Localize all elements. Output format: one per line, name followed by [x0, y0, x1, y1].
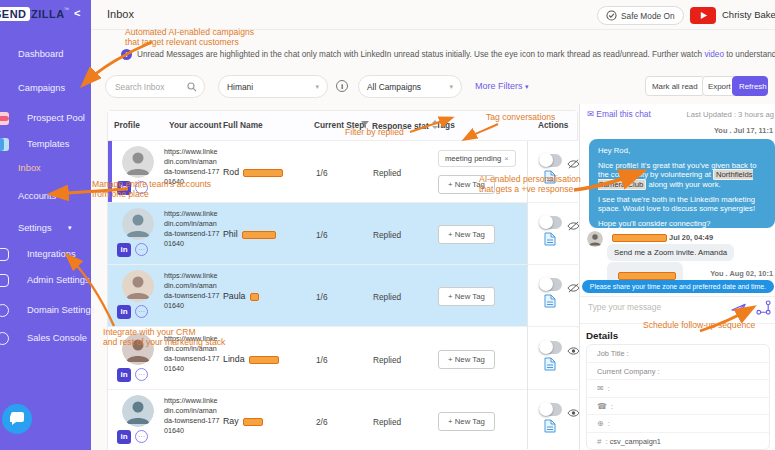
message-icon[interactable]: ··· — [135, 305, 148, 318]
detail-colon: : — [606, 384, 610, 393]
column-header-tags: Tags — [436, 120, 455, 130]
email-icon: ✉ — [597, 384, 604, 393]
linkedin-icon[interactable]: in — [117, 243, 131, 257]
sidebar-item-prospect-pool[interactable]: Prospect Pool — [0, 110, 91, 126]
campaign-filter-select[interactable]: All Campaigns ▾ — [358, 75, 462, 98]
linkedin-icon[interactable]: in — [117, 368, 131, 382]
user-menu[interactable]: Christy Baker — [722, 9, 775, 20]
campaign-filter-value: All Campaigns — [367, 82, 421, 92]
message-timestamp: You . Aug 02, 10:1 — [710, 269, 773, 278]
message-icon[interactable]: ··· — [135, 243, 148, 256]
linkedin-icon[interactable]: in — [117, 305, 131, 319]
table-row[interactable]: in···https://www.linkedin.com/in/amanda-… — [108, 203, 577, 265]
sidebar-item-templates[interactable]: Templates — [0, 136, 91, 152]
document-icon[interactable] — [544, 232, 556, 250]
new-tag-button[interactable]: + New Tag — [438, 350, 495, 369]
sidebar-item-settings[interactable]: Settings▾ — [0, 220, 91, 236]
sidebar-item-inbox[interactable]: Inbox — [0, 160, 91, 176]
sidebar-item-domain-settings[interactable]: Domain Settings — [0, 302, 91, 318]
check-circle-icon — [606, 10, 617, 21]
sidebar-item-label: Dashboard — [18, 46, 63, 62]
redacted-surname — [243, 169, 283, 177]
message-text: along with your work. — [646, 180, 720, 189]
search-icon[interactable] — [187, 82, 197, 92]
profile-url[interactable]: https://www.linkedin.com/in/amanda-towns… — [164, 271, 220, 311]
sidebar-item-label: Accounts — [18, 188, 56, 204]
document-icon[interactable] — [544, 419, 556, 437]
sidebar-item-label: Templates — [27, 136, 69, 152]
chevron-down-icon: ▾ — [315, 83, 319, 91]
logo-zilla: ZILLA — [31, 8, 65, 20]
detail-row-globe: ⊕ : — [587, 415, 769, 433]
more-filters-button[interactable]: More Filters ▾ — [475, 81, 529, 91]
table-row[interactable]: in···https://www.linkedin.com/in/amanda-… — [108, 265, 577, 327]
account-filter-value: Himani — [227, 82, 253, 92]
sidebar-item-campaigns[interactable]: Campaigns — [0, 80, 91, 96]
message-timestamp: You . Jul 17, 11:1 — [714, 126, 773, 135]
table-row[interactable]: in···https://www.linkedin.com/in/amanda-… — [108, 390, 577, 450]
email-this-chat-link[interactable]: ✉ Email this chat — [587, 109, 651, 119]
unread-toggle[interactable] — [539, 403, 562, 416]
account-filter-select[interactable]: Himani ▾ — [218, 75, 328, 98]
inbox-toolbar: Himani ▾ i All Campaigns ▾ More Filters … — [91, 70, 775, 104]
column-header-label: Tags — [436, 120, 455, 130]
sidebar-item-label: Campaigns — [18, 80, 65, 96]
full-name: Rod — [223, 167, 283, 177]
message-line: Hope you'll consider connecting? — [598, 219, 766, 228]
current-step: 1/6 — [316, 292, 328, 302]
response-status: Replied — [373, 168, 401, 178]
linkedin-icon[interactable]: in — [117, 430, 131, 444]
safe-mode-toggle[interactable]: Safe Mode On — [597, 6, 684, 25]
sequence-icon[interactable] — [756, 300, 771, 315]
play-icon — [699, 11, 708, 20]
detail-label: Job Title — [597, 349, 625, 358]
message-icon[interactable]: ··· — [135, 430, 148, 443]
unread-toggle[interactable] — [539, 278, 562, 291]
profile-url[interactable]: https://www.linkedin.com/in/amanda-towns… — [164, 396, 220, 436]
message-input[interactable] — [588, 302, 718, 312]
chat-widget-button[interactable] — [2, 404, 32, 434]
notice-text: Unread Messages are highlighted in the c… — [137, 50, 775, 59]
notice-banner: i Unread Messages are highlighted in the… — [91, 46, 775, 66]
new-tag-button[interactable]: + New Tag — [438, 225, 495, 244]
message-icon[interactable]: ··· — [135, 368, 148, 381]
sidebar-item-accounts[interactable]: Accounts — [0, 188, 91, 204]
search-box — [105, 75, 205, 98]
tags-cell: + New Tag — [430, 328, 525, 389]
video-link[interactable]: video — [704, 50, 724, 59]
send-icon[interactable] — [731, 303, 746, 317]
annotation-campaigns: Automated AI-enabled campaigns that targ… — [125, 27, 254, 47]
unread-toggle[interactable] — [539, 216, 562, 229]
unread-toggle[interactable] — [539, 154, 562, 167]
current-step: 1/6 — [316, 168, 328, 178]
new-tag-button[interactable]: + New Tag — [438, 412, 495, 431]
sidebar-item-sales-console[interactable]: Sales Console — [0, 330, 91, 346]
sent-message-pill: Please share your time zone and preferre… — [582, 280, 774, 293]
redacted-surname — [249, 356, 279, 364]
notice-pre: Unread Messages are highlighted in the c… — [137, 50, 704, 59]
logo-trademark: ™ — [64, 6, 69, 12]
mark-all-read-button[interactable]: Mark all read — [645, 76, 705, 96]
info-icon[interactable]: i — [336, 80, 348, 92]
unread-toggle[interactable] — [539, 341, 562, 354]
document-icon[interactable] — [544, 294, 556, 312]
redacted-surname — [242, 231, 276, 239]
sidebar-item-integrations[interactable]: Integrations — [0, 246, 91, 262]
sales-globe-icon — [0, 332, 9, 345]
profile-url[interactable]: https://www.linkedin.com/in/amanda-towns… — [164, 209, 220, 249]
full-name-text: Rod — [223, 167, 239, 177]
document-icon[interactable] — [544, 357, 556, 375]
youtube-button[interactable] — [690, 7, 716, 24]
close-icon[interactable]: × — [504, 154, 508, 163]
details-card: Job Title : Current Company : ✉ : ☎ : ⊕ … — [586, 344, 770, 450]
new-tag-button[interactable]: + New Tag — [438, 287, 495, 306]
current-step: 2/6 — [316, 417, 328, 427]
sidebar-item-dashboard[interactable]: Dashboard — [0, 46, 91, 62]
search-input[interactable] — [106, 76, 184, 97]
sidebar-item-admin-settings[interactable]: Admin Settings — [0, 272, 91, 288]
refresh-button[interactable]: Refresh — [732, 76, 768, 96]
detail-value: csv_campaign1 — [610, 437, 661, 446]
tag-chip[interactable]: meeting pending× — [438, 150, 516, 167]
prospect-pool-icon — [0, 112, 9, 125]
sidebar-collapse-button[interactable]: < — [74, 7, 80, 19]
